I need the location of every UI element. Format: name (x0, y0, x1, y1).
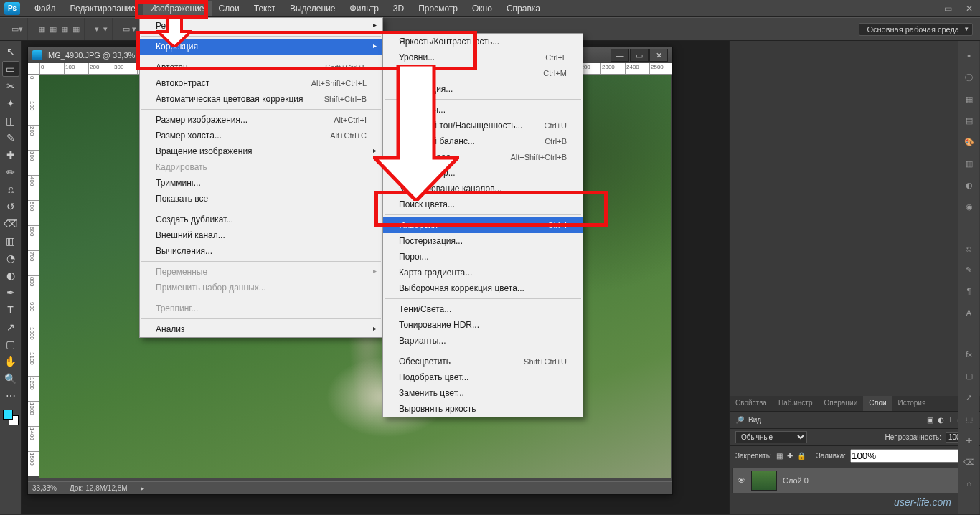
panel-icon[interactable]: ◉ (961, 199, 977, 214)
lasso-tool-icon[interactable]: ✂ (2, 78, 19, 94)
layer-name[interactable]: Слой 0 (783, 476, 809, 485)
menu-item[interactable]: Экспозиция... (383, 81, 583, 97)
window-restore-icon[interactable]: ▭ (937, 0, 958, 17)
menu-текст[interactable]: Текст (247, 1, 283, 16)
edit-toolbar-icon[interactable]: ⋯ (2, 388, 19, 404)
menu-item[interactable]: Варианты... (383, 333, 583, 349)
menu-item[interactable]: Тримминг... (140, 175, 382, 191)
menu-слои[interactable]: Слои (212, 1, 247, 16)
zoom-readout[interactable]: 33,33% (32, 484, 57, 492)
layer-visibility-icon[interactable]: 👁 (738, 476, 745, 485)
doc-minimize-icon[interactable]: — (611, 49, 629, 62)
menu-item[interactable]: ИнверсияCtrl+I (383, 217, 583, 233)
menu-item[interactable]: Выровнять яркость (383, 401, 583, 417)
panel-icon[interactable]: ↗ (961, 389, 977, 405)
panel-icon[interactable]: ⓘ (961, 70, 977, 85)
menu-item[interactable]: Заменить цвет... (383, 385, 583, 401)
menu-item[interactable]: Микширование каналов... (383, 181, 583, 197)
menu-файл[interactable]: Файл (27, 1, 63, 16)
brush-tool-icon[interactable]: ✏ (2, 164, 19, 180)
menu-item[interactable]: Внешний канал... (140, 227, 382, 243)
panel-icon[interactable]: ⎌ (961, 240, 977, 256)
panel-icon[interactable]: ⌫ (961, 454, 977, 470)
menu-item[interactable]: Фотофильтр... (383, 165, 583, 181)
panel-icon[interactable]: ⬚ (961, 411, 977, 427)
marquee-tool-icon[interactable]: ▭▾ (11, 24, 23, 34)
doc-maximize-icon[interactable]: ▭ (630, 49, 649, 62)
healing-brush-tool-icon[interactable]: ✚ (2, 147, 19, 163)
panel-icon[interactable]: 🎨 (961, 134, 977, 150)
layer-filter-label[interactable]: Вид (748, 416, 761, 424)
layer-filter-icon[interactable]: 🔎 (735, 416, 744, 424)
menu-просмотр[interactable]: Просмотр (411, 1, 465, 16)
menu-item[interactable]: Вычисления... (140, 243, 382, 259)
panel-icon[interactable]: ⌂ (961, 476, 977, 491)
menu-item[interactable]: Уровни...Ctrl+L (383, 49, 583, 65)
path-selection-tool-icon[interactable]: ↗ (2, 319, 19, 335)
panel-icon[interactable]: ¶ (961, 283, 977, 299)
panel-tab[interactable]: Свойства (730, 396, 773, 411)
menu-3d[interactable]: 3D (386, 1, 411, 16)
menu-изображение[interactable]: Изображение (143, 1, 212, 16)
panel-icon[interactable]: ▤ (961, 113, 977, 128)
menu-окно[interactable]: Окно (465, 1, 499, 16)
panel-tab[interactable]: История (892, 396, 932, 411)
color-swatch[interactable] (3, 410, 19, 425)
menu-item[interactable]: Анализ (140, 321, 382, 337)
menu-item[interactable]: Режим (140, 18, 382, 34)
dodge-tool-icon[interactable]: ◐ (2, 268, 19, 283)
menu-item[interactable]: Черно-белое...Alt+Shift+Ctrl+B (383, 149, 583, 165)
window-close-icon[interactable]: ✕ (958, 0, 980, 17)
history-brush-tool-icon[interactable]: ↺ (2, 199, 19, 214)
menu-item[interactable]: Постеризация... (383, 233, 583, 249)
magic-wand-tool-icon[interactable]: ✦ (2, 95, 19, 111)
layer-thumbnail[interactable] (751, 471, 777, 491)
menu-item[interactable]: Цветовой тон/Насыщенность...Ctrl+U (383, 118, 583, 133)
type-tool-icon[interactable]: T (2, 302, 19, 318)
ruler-vertical[interactable]: 0100200300400500600700800900100011001200… (28, 75, 39, 476)
menu-item[interactable]: Поиск цвета... (383, 197, 583, 212)
panel-icon[interactable]: ▦ (961, 91, 977, 107)
panel-tab[interactable]: Наб.инстр (773, 396, 819, 411)
eyedropper-tool-icon[interactable]: ✎ (2, 130, 19, 146)
panel-icon[interactable]: A (961, 305, 977, 321)
menu-item[interactable]: Вибрация... (383, 102, 583, 118)
blend-mode-select[interactable]: Обычные (735, 431, 807, 443)
menu-item[interactable]: Подобрать цвет... (383, 369, 583, 385)
filter-adj-icon[interactable]: ◐ (938, 416, 944, 424)
selection-intersect-icon[interactable]: ▦ (72, 24, 80, 34)
menu-редактирование[interactable]: Редактирование (63, 1, 143, 16)
menu-item[interactable]: АвтоконтрастAlt+Shift+Ctrl+L (140, 75, 382, 91)
panel-icon[interactable]: ▢ (961, 368, 977, 384)
selection-sub-icon[interactable]: ▦ (61, 24, 68, 34)
menu-item[interactable]: Размер изображения...Alt+Ctrl+I (140, 112, 382, 128)
filter-img-icon[interactable]: ▣ (927, 416, 933, 424)
antialias-dropdown[interactable]: ▾ (103, 24, 108, 34)
workspace-switcher[interactable]: Основная рабочая среда (859, 23, 973, 36)
menu-item[interactable]: ОбесцветитьShift+Ctrl+U (383, 354, 583, 369)
clone-stamp-tool-icon[interactable]: ⎌ (2, 181, 19, 197)
menu-справка[interactable]: Справка (499, 1, 547, 16)
menu-item[interactable]: Кривые...Ctrl+M (383, 65, 583, 81)
fill-input[interactable] (850, 449, 974, 463)
menu-фильтр[interactable]: Фильтр (343, 1, 386, 16)
selection-add-icon[interactable]: ▦ (50, 24, 57, 34)
marquee-tool-icon[interactable]: ▭ (2, 61, 19, 77)
menu-item[interactable]: Показать все (140, 191, 382, 207)
selection-new-icon[interactable]: ▦ (38, 24, 45, 34)
menu-item[interactable]: Вращение изображения (140, 143, 382, 159)
statusbar-arrow-icon[interactable]: ▸ (141, 484, 144, 492)
move-tool-icon[interactable]: ↖ (2, 44, 19, 60)
window-minimize-icon[interactable]: — (915, 0, 937, 17)
crop-tool-icon[interactable]: ◫ (2, 113, 19, 128)
style-dropdown[interactable]: ▭ ▾ (123, 24, 136, 34)
menu-item[interactable]: АвтотонShift+Ctrl+L (140, 60, 382, 75)
panel-icon[interactable]: ◐ (961, 177, 977, 193)
hand-tool-icon[interactable]: ✋ (2, 354, 19, 369)
panel-tab[interactable]: Операции (818, 396, 863, 411)
gradient-tool-icon[interactable]: ▥ (2, 233, 19, 249)
menu-item[interactable]: Тени/Света... (383, 301, 583, 317)
doc-close-icon[interactable]: ✕ (649, 49, 668, 62)
menu-item[interactable]: Автоматическая цветовая коррекцияShift+C… (140, 91, 382, 107)
panel-icon[interactable]: fx (961, 346, 977, 362)
